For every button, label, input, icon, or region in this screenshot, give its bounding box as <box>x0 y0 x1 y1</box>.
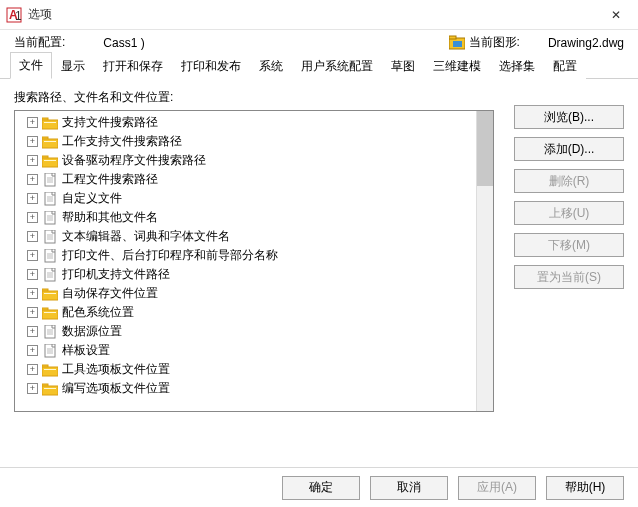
svg-rect-54 <box>42 367 58 376</box>
tab-8[interactable]: 选择集 <box>490 53 544 79</box>
side-button-3[interactable]: 上移(U) <box>514 201 624 225</box>
expand-icon[interactable]: + <box>27 117 38 128</box>
tree-node[interactable]: +配色系统位置 <box>19 303 493 322</box>
file-icon <box>42 211 58 225</box>
side-button-column: 浏览(B)...添加(D)...删除(R)上移(U)下移(M)置为当前(S) <box>514 89 624 412</box>
side-button-5[interactable]: 置为当前(S) <box>514 265 624 289</box>
tab-2[interactable]: 打开和保存 <box>94 53 172 79</box>
tree-node[interactable]: +打印文件、后台打印程序和前导部分名称 <box>19 246 493 265</box>
tree-node[interactable]: +工具选项板文件位置 <box>19 360 493 379</box>
folder-icon <box>42 154 58 168</box>
expand-icon[interactable]: + <box>27 326 38 337</box>
svg-rect-55 <box>44 369 56 370</box>
tree-node-label: 工具选项板文件位置 <box>62 361 170 378</box>
help-button[interactable]: 帮助(H) <box>546 476 624 500</box>
file-icon <box>42 344 58 358</box>
cancel-button[interactable]: 取消 <box>370 476 448 500</box>
svg-rect-14 <box>44 160 56 161</box>
expand-icon[interactable]: + <box>27 288 38 299</box>
window-title: 选项 <box>28 6 52 23</box>
expand-icon[interactable]: + <box>27 174 38 185</box>
expand-icon[interactable]: + <box>27 193 38 204</box>
tab-4[interactable]: 系统 <box>250 53 292 79</box>
svg-rect-7 <box>42 120 58 129</box>
apply-button[interactable]: 应用(A) <box>458 476 536 500</box>
svg-rect-41 <box>44 293 56 294</box>
tree-node-label: 支持文件搜索路径 <box>62 114 158 131</box>
svg-rect-13 <box>42 158 58 167</box>
profile-value: Cass1 ) <box>103 36 144 50</box>
drawing-label: 当前图形: <box>469 34 520 51</box>
tree-node-label: 工程文件搜索路径 <box>62 171 158 188</box>
tree-node[interactable]: +数据源位置 <box>19 322 493 341</box>
svg-rect-43 <box>42 310 58 319</box>
expand-icon[interactable]: + <box>27 212 38 223</box>
tree-node[interactable]: +自定义文件 <box>19 189 493 208</box>
expand-icon[interactable]: + <box>27 136 38 147</box>
scrollbar[interactable] <box>476 111 493 411</box>
file-icon <box>42 249 58 263</box>
close-icon: ✕ <box>611 8 621 22</box>
tree-view[interactable]: +支持文件搜索路径+工作支持文件搜索路径+设备驱动程序文件搜索路径+工程文件搜索… <box>14 110 494 412</box>
expand-icon[interactable]: + <box>27 250 38 261</box>
tree-node-label: 文本编辑器、词典和字体文件名 <box>62 228 230 245</box>
tab-5[interactable]: 用户系统配置 <box>292 53 382 79</box>
folder-icon <box>42 363 58 377</box>
page-files: 搜索路径、文件名和文件位置: +支持文件搜索路径+工作支持文件搜索路径+设备驱动… <box>0 79 638 412</box>
expand-icon[interactable]: + <box>27 155 38 166</box>
tab-9[interactable]: 配置 <box>544 53 586 79</box>
tab-0[interactable]: 文件 <box>10 52 52 79</box>
tree-node[interactable]: +帮助和其他文件名 <box>19 208 493 227</box>
svg-rect-40 <box>42 291 58 300</box>
tree-node[interactable]: +编写选项板文件位置 <box>19 379 493 398</box>
svg-rect-4 <box>449 36 456 39</box>
tree-node-label: 帮助和其他文件名 <box>62 209 158 226</box>
tab-6[interactable]: 草图 <box>382 53 424 79</box>
tree-node-label: 配色系统位置 <box>62 304 134 321</box>
folder-icon <box>42 287 58 301</box>
drawing-value: Drawing2.dwg <box>548 36 624 50</box>
expand-icon[interactable]: + <box>27 231 38 242</box>
expand-icon[interactable]: + <box>27 364 38 375</box>
tree-node-label: 自定义文件 <box>62 190 122 207</box>
tree-node[interactable]: +自动保存文件位置 <box>19 284 493 303</box>
profile-label: 当前配置: <box>14 34 65 51</box>
tree-node[interactable]: +文本编辑器、词典和字体文件名 <box>19 227 493 246</box>
scrollbar-thumb[interactable] <box>477 111 493 186</box>
side-button-2[interactable]: 删除(R) <box>514 169 624 193</box>
expand-icon[interactable]: + <box>27 269 38 280</box>
side-button-1[interactable]: 添加(D)... <box>514 137 624 161</box>
tree-node-label: 设备驱动程序文件搜索路径 <box>62 152 206 169</box>
svg-rect-10 <box>42 139 58 148</box>
tab-bar: 文件显示打开和保存打印和发布系统用户系统配置草图三维建模选择集配置 <box>0 55 638 79</box>
expand-icon[interactable]: + <box>27 345 38 356</box>
tree-node[interactable]: +工程文件搜索路径 <box>19 170 493 189</box>
expand-icon[interactable]: + <box>27 383 38 394</box>
close-button[interactable]: ✕ <box>594 0 638 30</box>
tab-1[interactable]: 显示 <box>52 53 94 79</box>
tree-node-label: 打印机支持文件路径 <box>62 266 170 283</box>
folder-icon <box>42 306 58 320</box>
svg-rect-11 <box>44 141 56 142</box>
tab-7[interactable]: 三维建模 <box>424 53 490 79</box>
tree-node-label: 样板设置 <box>62 342 110 359</box>
expand-icon[interactable]: + <box>27 307 38 318</box>
tree-node[interactable]: +设备驱动程序文件搜索路径 <box>19 151 493 170</box>
tree-node-label: 工作支持文件搜索路径 <box>62 133 182 150</box>
tree-node[interactable]: +样板设置 <box>19 341 493 360</box>
svg-rect-8 <box>44 122 56 123</box>
tree-node[interactable]: +工作支持文件搜索路径 <box>19 132 493 151</box>
tree-node[interactable]: +打印机支持文件路径 <box>19 265 493 284</box>
folder-icon <box>42 382 58 396</box>
tree-node-label: 自动保存文件位置 <box>62 285 158 302</box>
side-button-0[interactable]: 浏览(B)... <box>514 105 624 129</box>
svg-rect-57 <box>42 386 58 395</box>
side-button-4[interactable]: 下移(M) <box>514 233 624 257</box>
ok-button[interactable]: 确定 <box>282 476 360 500</box>
section-label: 搜索路径、文件名和文件位置: <box>14 89 494 106</box>
tree-node-label: 打印文件、后台打印程序和前导部分名称 <box>62 247 278 264</box>
dialog-footer: 确定 取消 应用(A) 帮助(H) <box>0 467 638 507</box>
tab-3[interactable]: 打印和发布 <box>172 53 250 79</box>
tree-node[interactable]: +支持文件搜索路径 <box>19 113 493 132</box>
drawing-icon <box>449 35 465 51</box>
